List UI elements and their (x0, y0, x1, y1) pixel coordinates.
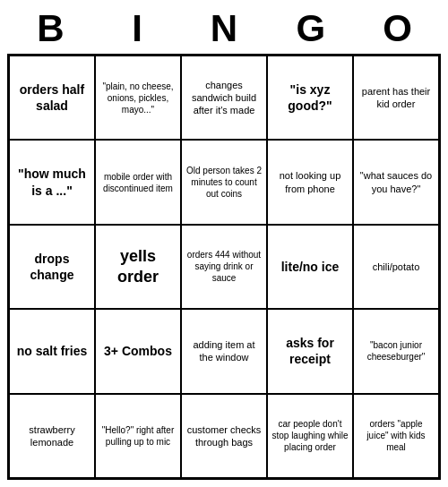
bingo-cell-21[interactable]: "Hello?" right after pulling up to mic (95, 394, 181, 478)
letter-n: N (185, 7, 263, 50)
bingo-cell-14[interactable]: chili/potato (353, 225, 439, 309)
bingo-cell-10[interactable]: drops change (9, 225, 95, 309)
bingo-cell-6[interactable]: mobile order with discontinued item (95, 140, 181, 224)
bingo-cell-7[interactable]: Old person takes 2 minutes to count out … (181, 140, 267, 224)
letter-b: B (11, 7, 90, 50)
bingo-cell-9[interactable]: "what sauces do you have?" (353, 140, 439, 224)
letter-g: G (271, 7, 350, 50)
bingo-cell-23[interactable]: car people don't stop laughing while pla… (267, 394, 353, 478)
bingo-title: B I N G O (7, 7, 441, 50)
bingo-cell-16[interactable]: 3+ Combos (95, 309, 181, 393)
bingo-cell-24[interactable]: orders "apple juice" with kids meal (353, 394, 439, 478)
bingo-cell-1[interactable]: "plain, no cheese, onions, pickles, mayo… (95, 56, 181, 140)
bingo-cell-3[interactable]: "is xyz good?" (267, 56, 353, 140)
bingo-cell-12[interactable]: orders 444 without saying drink or sauce (181, 225, 267, 309)
bingo-cell-2[interactable]: changes sandwich build after it's made (181, 56, 267, 140)
letter-i: I (98, 7, 177, 50)
bingo-cell-22[interactable]: customer checks through bags (181, 394, 267, 478)
bingo-grid: orders half salad"plain, no cheese, onio… (7, 54, 441, 480)
bingo-cell-18[interactable]: asks for receipt (267, 309, 353, 393)
bingo-cell-5[interactable]: "how much is a ..." (9, 140, 95, 224)
bingo-cell-20[interactable]: strawberry lemonade (9, 394, 95, 478)
bingo-cell-17[interactable]: adding item at the window (181, 309, 267, 393)
letter-o: O (358, 7, 437, 50)
bingo-cell-19[interactable]: "bacon junior cheeseburger" (353, 309, 439, 393)
bingo-cell-11[interactable]: yells order (95, 225, 181, 309)
bingo-cell-15[interactable]: no salt fries (9, 309, 95, 393)
bingo-cell-0[interactable]: orders half salad (9, 56, 95, 140)
bingo-cell-13[interactable]: lite/no ice (267, 225, 353, 309)
bingo-cell-4[interactable]: parent has their kid order (353, 56, 439, 140)
bingo-cell-8[interactable]: not looking up from phone (267, 140, 353, 224)
